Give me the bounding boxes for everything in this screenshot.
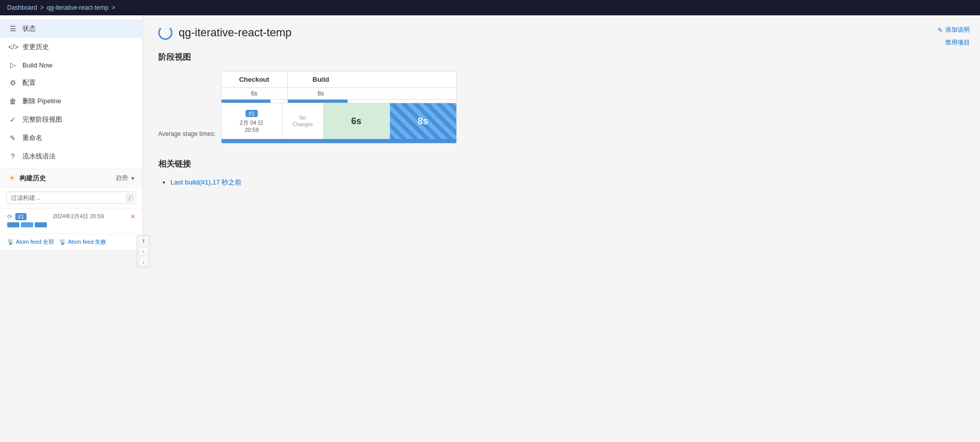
atom-feeds: 📡 Atom feed 全部 📡 Atom feed 失败 xyxy=(0,234,142,250)
stage-time-checkout: 6s xyxy=(222,88,288,99)
stage-header-row: Checkout Build xyxy=(222,72,456,88)
related-links-list: Last build(#1),17 秒之前 xyxy=(158,178,965,187)
build-date: 2月 04 日 20:59 xyxy=(240,119,263,133)
related-links-title: 相关链接 xyxy=(158,159,965,170)
build-meta-col: #1 2月 04 日 20:59 xyxy=(222,103,283,139)
breadcrumb-sep1: > xyxy=(40,4,44,11)
list-item: Last build(#1),17 秒之前 xyxy=(170,178,965,187)
breadcrumb: Dashboard > qg-iterative-react-temp > xyxy=(0,0,980,15)
edit-icon: ✎ xyxy=(938,27,943,34)
rss-fail-icon: 📡 xyxy=(59,239,66,245)
pencil-icon: ✎ xyxy=(8,134,17,142)
build-row: #1 2月 04 日 20:59 NoChanges 6s 8s xyxy=(222,103,456,139)
atom-feed-fail[interactable]: 📡 Atom feed 失败 xyxy=(59,238,106,246)
build-history-title: 构建历史 xyxy=(19,174,46,183)
build-history-section[interactable]: ☀ 构建历史 趋势 ▾ xyxy=(0,169,142,188)
sun-icon: ☀ xyxy=(8,173,15,183)
stage-table: Checkout Build 6s 8s xyxy=(221,71,457,144)
rss-icon: 📡 xyxy=(7,239,14,245)
breadcrumb-project[interactable]: qg-iterative-react-temp xyxy=(47,4,109,11)
sidebar-item-label: 配置 xyxy=(22,78,36,87)
sidebar-item-changes[interactable]: </> 变更历史 xyxy=(0,38,142,56)
stage-times-row: 6s 8s xyxy=(222,88,456,100)
no-changes-text: NoChanges xyxy=(292,114,313,128)
stage-progress-row xyxy=(222,100,456,103)
atom-feed-fail-label: Atom feed 失败 xyxy=(68,238,106,246)
main-content: ✎ 添加说明 禁用项目 qg-iterative-react-temp 阶段视图… xyxy=(143,15,980,442)
scroll-down-button[interactable]: ↓ xyxy=(138,257,149,266)
sidebar-item-status[interactable]: ☰ 状态 xyxy=(0,19,142,38)
stage-build-cell-checkout[interactable]: 6s xyxy=(324,103,390,139)
breadcrumb-sep2: > xyxy=(111,4,115,11)
scroll-up-button[interactable]: ↑ xyxy=(138,247,149,256)
stage-progress-fill-build xyxy=(288,100,348,103)
trash-icon: 🗑 xyxy=(8,97,17,105)
sidebar-item-label: 变更历史 xyxy=(22,42,49,52)
build-timestamp: 2024年2月4日 20:59 xyxy=(53,213,104,220)
sidebar: ☰ 状态 </> 变更历史 ▷ Build Now ⚙ 配置 🗑 删除 Pipe… xyxy=(0,15,143,250)
stage-col-build: Build xyxy=(288,72,354,87)
stage-progress-fill-checkout xyxy=(222,100,271,103)
sidebar-item-configure[interactable]: ⚙ 配置 xyxy=(0,74,142,92)
stage-view-section: 阶段视图 Average stage times: Checkout Build xyxy=(158,52,965,144)
page-title: qg-iterative-react-temp xyxy=(179,26,291,39)
atom-feed-all[interactable]: 📡 Atom feed 全部 xyxy=(7,238,54,246)
avg-stage-label: Average stage times: xyxy=(158,130,216,144)
add-desc-label: 添加说明 xyxy=(945,26,970,34)
stage-progress-build xyxy=(288,100,354,103)
sidebar-item-delete-pipeline[interactable]: 🗑 删除 Pipeline xyxy=(0,92,142,110)
build-item: ⟳ #1 2024年2月4日 20:59 ✕ xyxy=(0,208,142,234)
stage-time-build: 8s xyxy=(288,88,354,99)
play-icon: ▷ xyxy=(8,61,17,69)
question-icon: ? xyxy=(8,152,17,160)
checkmark-icon: ✓ xyxy=(8,115,17,124)
sidebar-item-full-stage[interactable]: ✓ 完整阶段视图 xyxy=(0,110,142,129)
build-spinner-icon: ⟳ xyxy=(7,213,12,220)
sidebar-item-build-now[interactable]: ▷ Build Now xyxy=(0,56,142,74)
sidebar-item-label: 状态 xyxy=(22,24,36,33)
stage-view-title: 阶段视图 xyxy=(158,52,965,63)
right-actions: ✎ 添加说明 禁用项目 xyxy=(938,26,970,47)
build-bars xyxy=(7,222,135,227)
disable-label: 禁用项目 xyxy=(945,38,970,47)
disable-project-button[interactable]: 禁用项目 xyxy=(945,38,970,47)
delete-icon[interactable]: ✕ xyxy=(130,213,135,220)
related-links-section: 相关链接 Last build(#1),17 秒之前 xyxy=(158,159,965,187)
trend-label: 趋势 xyxy=(116,174,128,182)
page-header: qg-iterative-react-temp xyxy=(158,26,965,40)
scroll-top-button[interactable]: ⤒ xyxy=(138,237,149,246)
build-bar-1 xyxy=(7,222,19,227)
scroll-arrows: ⤒ ↑ ↓ xyxy=(137,235,150,268)
sidebar-item-pipeline-syntax[interactable]: ? 流水线语法 xyxy=(0,147,142,166)
stage-progress-checkout xyxy=(222,100,288,103)
sidebar-item-rename[interactable]: ✎ 重命名 xyxy=(0,129,142,147)
search-box: / xyxy=(0,188,142,208)
search-shortcut: / xyxy=(126,194,134,202)
search-input[interactable] xyxy=(6,192,136,204)
sidebar-item-label: 流水线语法 xyxy=(22,152,56,161)
stage-col-checkout: Checkout xyxy=(222,72,288,87)
add-description-button[interactable]: ✎ 添加说明 xyxy=(938,26,970,34)
code-icon: </> xyxy=(8,43,17,51)
chevron-down-icon: ▾ xyxy=(131,175,134,182)
build-bar-2 xyxy=(21,222,33,227)
pipeline-spinner-icon xyxy=(158,26,173,40)
gear-icon: ⚙ xyxy=(8,79,17,87)
atom-feed-all-label: Atom feed 全部 xyxy=(16,238,54,246)
sidebar-item-label: 完整阶段视图 xyxy=(22,115,62,124)
stage-view-container: Average stage times: Checkout Build 6s 8 xyxy=(158,71,965,144)
build-num-badge[interactable]: #1 xyxy=(246,110,258,117)
avg-label: Average stage times: xyxy=(158,71,221,144)
stage-table-wrapper: Checkout Build 6s 8s xyxy=(221,71,457,144)
build-badge[interactable]: #1 xyxy=(15,213,27,220)
stage-build-cell-build[interactable]: 8s xyxy=(390,103,456,139)
list-icon: ☰ xyxy=(8,25,17,33)
sidebar-item-label: 删除 Pipeline xyxy=(22,97,61,106)
sidebar-item-label: Build Now xyxy=(22,61,53,69)
last-build-link[interactable]: Last build(#1),17 秒之前 xyxy=(170,178,241,186)
breadcrumb-dashboard[interactable]: Dashboard xyxy=(7,4,37,11)
stage-bottom-bar xyxy=(222,139,456,143)
build-bar-3 xyxy=(35,222,47,227)
no-changes-cell: NoChanges xyxy=(283,103,324,139)
sidebar-item-label: 重命名 xyxy=(22,133,42,143)
